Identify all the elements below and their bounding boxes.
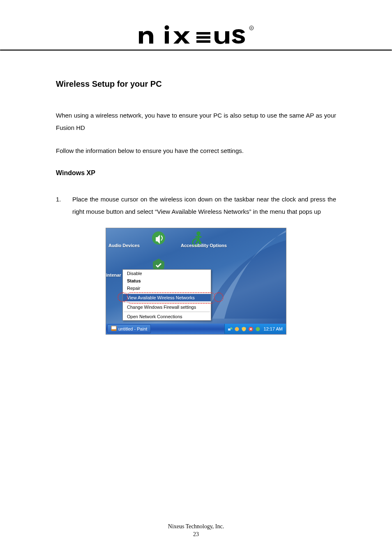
menu-separator <box>124 312 210 312</box>
screenshot-xp-taskbar-menu: Audio Devices Accessibility Options i <box>106 228 286 335</box>
step-1: 1. Place the mouse cursor on the wireles… <box>56 193 336 218</box>
menu-disable[interactable]: Disable <box>123 270 211 277</box>
maintenance-label: intenar <box>106 273 121 278</box>
error-tray-icon[interactable] <box>248 326 254 332</box>
taskbar-app-paint[interactable]: untitled - Paint <box>107 324 151 333</box>
paint-icon <box>111 326 117 332</box>
page-header: R <box>0 0 392 49</box>
svg-rect-12 <box>228 328 231 331</box>
audio-devices-label: Audio Devices <box>108 243 140 248</box>
menu-firewall[interactable]: Change Windows Firewall settings <box>123 303 211 311</box>
menu-repair[interactable]: Repair <box>123 284 211 292</box>
footer-page-number: 23 <box>0 530 392 539</box>
desktop-area: Audio Devices Accessibility Options i <box>106 228 286 324</box>
document-page: R Wireless Setup for your PC When using … <box>0 0 392 555</box>
os-heading: Windows XP <box>56 169 336 177</box>
wireless-context-menu: Disable Status Repair View Available Wir… <box>122 269 211 321</box>
nixeus-logo: R <box>136 25 256 47</box>
tray-icon[interactable] <box>255 326 261 332</box>
step-number: 1. <box>56 193 72 218</box>
footer-company: Nixeus Technology, Inc. <box>0 523 392 531</box>
shield-tray-icon[interactable] <box>241 326 247 332</box>
menu-separator <box>124 293 210 293</box>
svg-rect-3 <box>196 36 210 39</box>
svg-point-0 <box>165 25 169 30</box>
section-title: Wireless Setup for your PC <box>56 79 336 89</box>
menu-open-connections[interactable]: Open Network Connections <box>123 313 211 320</box>
intro-paragraph-2: Follow the information below to ensure y… <box>56 145 336 157</box>
menu-view-networks[interactable]: View Available Wireless Networks <box>123 294 211 301</box>
page-footer: Nixeus Technology, Inc. 23 <box>0 523 392 539</box>
svg-point-15 <box>256 327 260 331</box>
taskbar: untitled - Paint <box>106 324 286 334</box>
menu-status[interactable]: Status <box>123 277 211 284</box>
svg-rect-1 <box>165 31 169 44</box>
intro-paragraph-1: When using a wireless network, you have … <box>56 109 336 134</box>
system-tray: 12:17 AM <box>224 324 286 334</box>
svg-text:R: R <box>250 27 252 30</box>
accessibility-label: Accessibility Options <box>181 243 227 248</box>
taskbar-app-label: untitled - Paint <box>118 326 147 331</box>
menu-separator <box>124 302 210 303</box>
svg-rect-2 <box>196 32 210 35</box>
tray-icon[interactable] <box>234 326 240 332</box>
content-area: Wireless Setup for your PC When using a … <box>0 51 392 335</box>
taskbar-clock: 12:17 AM <box>264 326 283 331</box>
audio-devices-icon[interactable] <box>150 230 167 247</box>
svg-point-13 <box>235 327 239 331</box>
svg-rect-11 <box>111 329 116 331</box>
wireless-tray-icon[interactable] <box>227 326 233 332</box>
svg-rect-4 <box>196 40 210 43</box>
step-text: Place the mouse cursor on the wireless i… <box>72 193 336 218</box>
